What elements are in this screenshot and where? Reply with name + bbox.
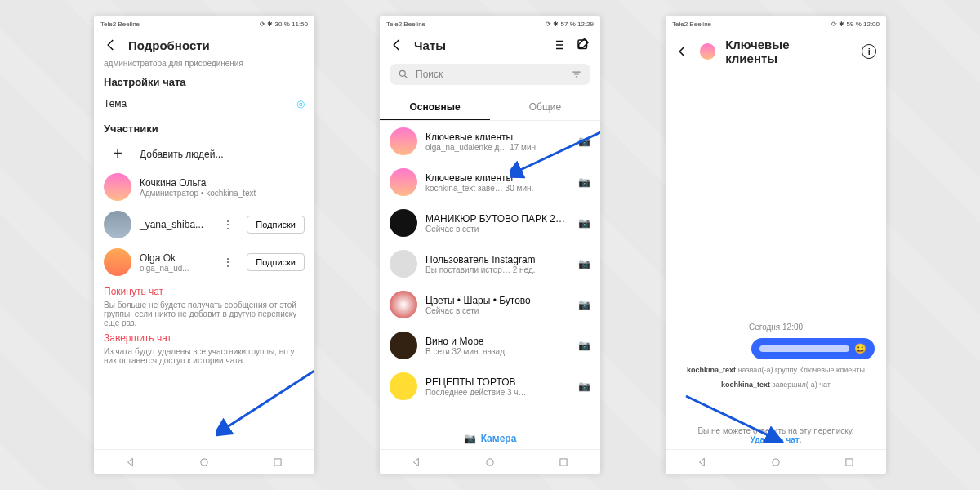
svg-rect-1 [274,458,281,465]
avatar [390,291,417,318]
header: Чаты [380,31,600,59]
carrier: Tele2 Beeline [672,20,711,28]
member-sub: Администратор • kochkina_text [140,189,305,198]
avatar [390,127,417,155]
nav-home-icon[interactable] [198,457,210,468]
list-icon[interactable] [551,38,566,52]
delete-chat-link[interactable]: Удалить чат [751,435,800,444]
message-bubble[interactable]: 😀 [751,338,875,359]
member-row[interactable]: Olga Okolga_na_ud... ⋮ Подписки [104,243,305,281]
camera-icon: 📷 [464,433,476,444]
member-name: _yana_shiba... [140,219,209,230]
chat-row[interactable]: Пользователь InstagramВы поставили истор… [380,243,600,284]
status-right: ⟳ ✱ 30 % 11:50 [260,20,308,28]
system-message: kochkina_text завершил(-а) чат [721,381,831,389]
carrier: Tele2 Beeline [386,20,425,28]
header: Подробности [94,31,314,59]
member-row[interactable]: Кочкина ОльгаАдминистратор • kochkina_te… [104,168,305,206]
nav-recent-icon[interactable] [558,457,569,468]
chat-name: Цветы • Шары • Бутово [425,295,570,306]
svg-point-0 [201,458,207,465]
follow-button[interactable]: Подписки [247,253,305,271]
status-right: ⟳ ✱ 57 % 12:29 [546,20,594,28]
info-icon[interactable]: i [862,44,876,59]
end-chat-desc: Из чата будут удалены все участники груп… [104,347,305,365]
nav-home-icon[interactable] [484,457,496,468]
android-nav [94,449,314,474]
chat-sub: Сейчас в сети [425,225,570,234]
filter-icon[interactable] [571,69,582,80]
chat-row[interactable]: МАНИКЮР БУТОВО ПАРК 2…Сейчас в сети📷 [380,203,600,243]
nav-recent-icon[interactable] [844,457,855,468]
nav-back-icon[interactable] [125,457,136,468]
date-stamp: Сегодня 12:00 [749,323,803,332]
emoji-icon: 😀 [854,343,866,354]
chat-avatar[interactable] [700,43,716,60]
chat-name: Ключевые клиенты [425,131,570,143]
chat-row[interactable]: Вино и МореВ сети 32 мин. назад📷 [380,325,600,366]
camera-icon[interactable]: 📷 [578,258,590,270]
svg-point-3 [399,70,405,76]
chat-name: РЕЦЕПТЫ ТОРТОВ [425,376,570,388]
camera-icon[interactable]: 📷 [578,299,590,310]
theme-row[interactable]: Тема ◎ [104,93,305,114]
camera-link[interactable]: 📷Камера [380,428,600,449]
nav-home-icon[interactable] [770,457,782,468]
member-sub: olga_na_ud... [140,264,209,273]
tab-general[interactable]: Общие [490,95,600,120]
theme-label: Тема [104,98,288,109]
follow-button[interactable]: Подписки [247,216,305,234]
chat-name: МАНИКЮР БУТОВО ПАРК 2… [425,213,570,225]
avatar [390,372,417,400]
back-icon[interactable] [390,38,404,52]
search-placeholder: Поиск [416,69,443,80]
camera-icon[interactable]: 📷 [578,136,590,147]
camera-icon[interactable]: 📷 [578,217,590,229]
camera-icon[interactable]: 📷 [578,340,590,351]
nav-back-icon[interactable] [411,457,422,468]
chat-title: Ключевые клиенты [725,38,842,65]
avatar [104,173,131,201]
plus-icon: + [104,145,131,163]
member-name: Кочкина Ольга [140,177,305,189]
add-people-row[interactable]: + Добавить людей... [104,140,305,168]
status-bar: Tele2 Beeline ⟳ ✱ 59 % 12:00 [666,16,886,31]
status-right: ⟳ ✱ 59 % 12:00 [831,20,880,28]
chat-name: Вино и Море [425,336,570,347]
tabs: Основные Общие [380,95,600,121]
avatar [104,248,131,276]
page-title: Подробности [128,38,210,52]
more-icon[interactable]: ⋮ [217,256,238,269]
end-chat-button[interactable]: Завершить чат [104,332,305,344]
svg-rect-5 [560,458,567,465]
nav-recent-icon[interactable] [272,457,283,468]
cannot-reply-note: Вы не можете ответить на эту переписку. … [684,426,866,444]
back-icon[interactable] [675,44,690,59]
camera-icon[interactable]: 📷 [578,176,590,188]
chat-row[interactable]: РЕЦЕПТЫ ТОРТОВПоследнее действие 3 ч…📷 [380,366,600,407]
more-icon[interactable]: ⋮ [217,218,238,231]
leave-chat-desc: Вы больше не будете получать сообщения о… [104,301,305,327]
leave-chat-button[interactable]: Покинуть чат [104,286,305,297]
chat-row[interactable]: Цветы • Шары • БутовоСейчас в сети📷 [380,284,600,325]
chat-row[interactable]: Ключевые клиентыkochkina_text заве… 30 м… [380,162,600,203]
member-row[interactable]: _yana_shiba... ⋮ Подписки [104,206,305,243]
camera-icon[interactable]: 📷 [578,381,590,392]
svg-point-4 [487,458,493,465]
tab-primary[interactable]: Основные [380,95,490,120]
add-people-label: Добавить людей... [140,149,305,160]
back-icon[interactable] [104,38,118,52]
nav-back-icon[interactable] [697,457,708,468]
camera-label: Камера [481,433,517,444]
avatar [390,168,417,196]
section-members: Участники [104,122,305,135]
status-bar: Tele2 Beeline ⟳ ✱ 30 % 11:50 [94,16,314,31]
chat-name: Ключевые клиенты [425,172,570,184]
chat-sub: olga_na_udalenke д… 17 мин. [425,143,570,152]
chat-row[interactable]: Ключевые клиентыolga_na_udalenke д… 17 м… [380,121,600,162]
search-input[interactable]: Поиск [390,64,590,85]
page-title: Чаты [414,38,446,52]
admin-note: администратора для присоединения [104,59,305,68]
compose-icon[interactable] [576,38,590,52]
android-nav [666,449,886,474]
